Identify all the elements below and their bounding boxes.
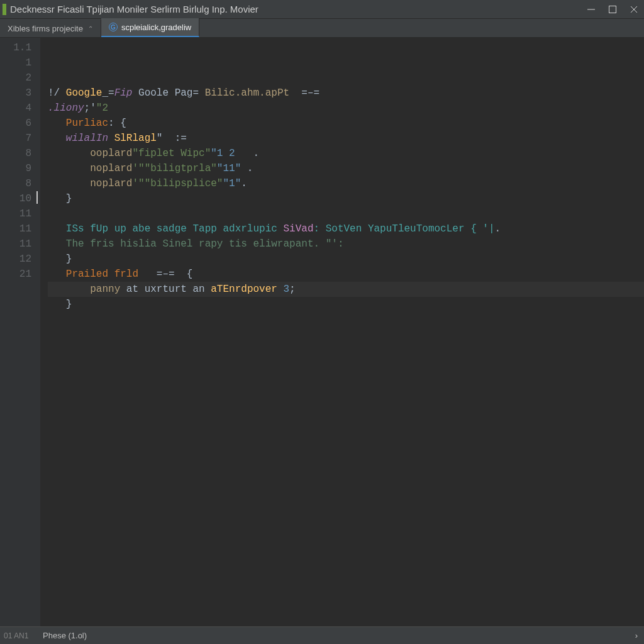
caret-indicator — [36, 191, 38, 204]
code-token: . — [241, 163, 253, 174]
code-token: panny — [90, 284, 120, 295]
code-token — [48, 148, 90, 159]
line-number: 21 — [0, 267, 31, 282]
tab-bar: Xibles firms projecite ⌃ G scpleialick,g… — [0, 19, 644, 38]
code-token: '""biligtprla" — [132, 163, 216, 174]
code-token: : { — [108, 118, 126, 129]
line-number: 3 — [0, 86, 31, 101]
code-line[interactable]: !/ Google_=Fip Goole Pag= Bilic.ahm.apPt… — [48, 86, 644, 101]
code-token: "11" — [217, 163, 241, 174]
code-token: Prailed frld — [66, 269, 138, 280]
code-area[interactable]: !/ Google_=Fip Goole Pag= Bilic.ahm.apPt… — [40, 38, 644, 626]
code-line[interactable]: .liony;'"2 — [48, 101, 644, 116]
tab-gradle[interactable]: G scpleialick,gradeliw — [101, 18, 199, 37]
window-title: Decknessr Ficasli Tpijian Moniler Serlir… — [10, 4, 586, 14]
gradle-icon: G — [109, 23, 118, 31]
svg-rect-1 — [609, 6, 616, 13]
line-gutter: 1.1123467898101111111221 — [0, 38, 40, 626]
code-line[interactable]: The fris hislia Sinel rapy tis eliwrapan… — [48, 236, 644, 252]
line-number: 6 — [0, 116, 31, 131]
code-token: Bilic.ahm.apPt — [199, 87, 289, 99]
code-token: aTEnrdpover — [211, 284, 277, 295]
code-token: 3 — [277, 284, 289, 295]
code-token — [48, 223, 66, 235]
code-token — [48, 238, 66, 250]
code-token: ;' — [84, 103, 96, 114]
code-token: '""bilipsplice" — [132, 178, 223, 189]
code-token: at uxrturt an — [120, 284, 211, 295]
code-line[interactable]: ISs fUp up abe sadge Tapp adxrlupic SiVa… — [48, 221, 644, 236]
status-left: 01 AN1 — [4, 631, 43, 640]
line-number: 9 — [0, 161, 31, 176]
code-line[interactable]: } — [48, 191, 644, 206]
line-number: 1 — [0, 55, 31, 70]
code-line[interactable]: noplard'""biligtprla""11" . — [48, 161, 644, 176]
window-controls — [586, 4, 639, 14]
tab-label: scpleialick,gradeliw — [121, 23, 191, 32]
code-token — [48, 118, 66, 129]
code-token: ISs fUp up abe sadge Tapp adxrlupic — [66, 223, 284, 235]
code-token: Google — [66, 87, 103, 99]
code-token: noplard — [90, 178, 132, 189]
code-line[interactable]: ooplard"fiplet Wipc""1 2 . — [48, 146, 644, 161]
app-accent — [3, 4, 6, 15]
code-token: ooplard — [90, 148, 132, 159]
code-line[interactable]: Prailed frld =–= { — [48, 267, 644, 282]
editor[interactable]: 1.1123467898101111111221 !/ Google_=Fip … — [0, 38, 644, 626]
title-bar: Decknessr Ficasli Tpijian Moniler Serlir… — [0, 0, 644, 19]
code-token: = — [192, 87, 199, 99]
line-number: 7 — [0, 131, 31, 146]
code-token: _= — [102, 87, 114, 99]
code-token: "2 — [96, 103, 108, 114]
code-line[interactable]: } — [48, 252, 644, 267]
code-line[interactable] — [48, 206, 644, 221]
status-go-icon[interactable]: › — [635, 631, 638, 640]
code-token: ; — [289, 284, 296, 295]
code-line[interactable]: noplard'""bilipsplice""1". — [48, 176, 644, 191]
code-token — [48, 284, 90, 295]
code-token: The fris hislia Sinel rapy tis eliwrapan… — [66, 238, 344, 250]
code-token: Goole Pag — [132, 87, 192, 99]
code-token: wilalIn — [66, 133, 108, 144]
code-token: noplard — [90, 163, 132, 174]
code-token: !/ — [48, 87, 66, 99]
code-token: SlRlagl — [108, 133, 157, 144]
code-line[interactable]: } — [48, 297, 644, 312]
code-line[interactable]: wilalIn SlRlagl" := — [48, 131, 644, 146]
code-line[interactable]: Purliac: { — [48, 116, 644, 131]
code-line[interactable]: panny at uxrturt an aTEnrdpover 3; — [48, 282, 644, 297]
code-line[interactable] — [48, 312, 644, 327]
line-number: 12 — [0, 252, 31, 267]
line-number: 10 — [0, 191, 31, 206]
line-number: 8 — [0, 176, 31, 191]
code-token: =–= — [289, 87, 319, 99]
close-button[interactable] — [629, 4, 639, 14]
tab-project[interactable]: Xibles firms projecite ⌃ — [0, 19, 101, 37]
code-token: } — [48, 299, 72, 310]
tab-label: Xibles firms projecite — [8, 24, 83, 33]
code-token: . — [495, 223, 501, 235]
maximize-button[interactable] — [608, 4, 618, 14]
line-number: 8 — [0, 146, 31, 161]
code-token — [48, 269, 66, 280]
line-number: 11 — [0, 221, 31, 236]
code-token: " := — [157, 133, 187, 144]
code-token: .liony — [48, 103, 84, 114]
code-token: SiVad — [283, 223, 313, 235]
code-token: Fip — [114, 87, 133, 99]
code-token: Purliac — [66, 118, 108, 129]
line-number: 11 — [0, 206, 31, 221]
code-token: . — [235, 148, 259, 159]
code-token: : SotVen YapuTleuTomocLer { '| — [313, 223, 494, 235]
line-number: 1.1 — [0, 40, 31, 55]
code-token: "1" — [223, 178, 241, 189]
status-bar: 01 AN1 Phese (1.ol) › — [0, 626, 644, 644]
code-token: =–= { — [138, 269, 192, 280]
line-number: 11 — [0, 236, 31, 252]
code-token: "fiplet Wipc" — [132, 148, 211, 159]
line-number: 4 — [0, 101, 31, 116]
minimize-button[interactable] — [586, 4, 596, 14]
code-token — [48, 178, 90, 189]
code-token: "1 2 — [211, 148, 235, 159]
status-mid[interactable]: Phese (1.ol) — [43, 631, 635, 640]
